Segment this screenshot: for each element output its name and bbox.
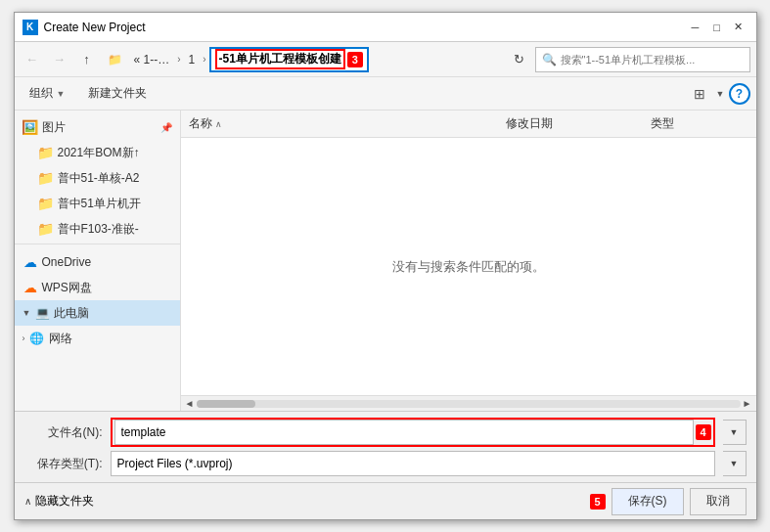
app-icon: K xyxy=(23,20,38,35)
pz51mcu-icon: 📁 xyxy=(38,196,54,211)
filetype-select[interactable]: Project Files (*.uvproj) xyxy=(111,451,715,476)
search-icon: 🔍 xyxy=(542,53,557,66)
forward-button[interactable]: → xyxy=(48,48,71,71)
col-date[interactable]: 修改日期 xyxy=(506,115,643,132)
help-icon: ? xyxy=(736,87,743,101)
new-folder-button[interactable]: 新建文件夹 xyxy=(79,81,156,107)
pz51-icon: 📁 xyxy=(38,170,54,186)
breadcrumb-arrow-1: › xyxy=(176,54,181,65)
scroll-left-arrow[interactable]: ◄ xyxy=(183,397,197,411)
hide-folders-toggle[interactable]: ∧ 隐藏文件夹 xyxy=(24,493,94,510)
maximize-button[interactable]: □ xyxy=(707,18,727,37)
footer: 文件名(N): 4 ▼ 保存类型(T): Project Files (*.uv… xyxy=(15,411,756,482)
organize-label: 组织 xyxy=(29,85,53,102)
sidebar-item-bom[interactable]: 📁 2021年BOM新↑ xyxy=(15,140,180,165)
cancel-button[interactable]: 取消 xyxy=(690,488,747,515)
sidebar-item-pz51-mcu[interactable]: 📁 普中51单片机开 xyxy=(15,191,180,216)
sidebar-item-network[interactable]: › 🌐 网络 xyxy=(15,326,180,351)
main-content: 🖼️ 图片 📌 📁 2021年BOM新↑ 📁 普中51-单核-A2 📁 普中51… xyxy=(15,111,756,411)
search-box: 🔍 xyxy=(535,47,750,72)
annotation-3: 3 xyxy=(347,52,363,67)
wps-icon: ☁ xyxy=(23,280,38,295)
sidebar-item-label: 网络 xyxy=(49,331,72,347)
sidebar-divider xyxy=(15,244,180,247)
col-type[interactable]: 类型 xyxy=(651,115,748,132)
col-name[interactable]: 名称 ∧ xyxy=(189,115,498,132)
pzf103-icon: 📁 xyxy=(38,221,54,237)
nav-bar: ← → ↑ 📁 « 1--… › 1 › -51单片机工程模板创建 3 ↻ 🔍 xyxy=(15,42,756,77)
sidebar-item-label: 此电脑 xyxy=(54,305,89,322)
file-area: 名称 ∧ 修改日期 类型 没有与搜索条件匹配的项。 ◄ ► xyxy=(181,111,756,411)
breadcrumb-seg-3[interactable]: -51单片机工程模板创建 3 xyxy=(209,47,369,72)
filename-input[interactable] xyxy=(114,420,694,445)
sidebar-item-wps[interactable]: ☁ WPS网盘 xyxy=(15,275,180,300)
sidebar-item-pzf103[interactable]: 📁 普中F103-准嵌- xyxy=(15,216,180,242)
expand-arrow: ▼ xyxy=(23,308,31,318)
sidebar-item-this-pc[interactable]: ▼ 💻 此电脑 xyxy=(15,300,180,326)
col-type-label: 类型 xyxy=(651,115,674,132)
file-list: 没有与搜索条件匹配的项。 xyxy=(181,138,756,395)
view-toggle-button[interactable]: ⊞ xyxy=(687,81,712,107)
refresh-button[interactable]: ↻ xyxy=(508,48,531,71)
this-pc-icon: 💻 xyxy=(34,305,50,321)
filetype-dropdown[interactable]: ▼ xyxy=(723,451,747,476)
pin-icon: 📌 xyxy=(160,122,172,133)
annotation-4: 4 xyxy=(696,424,711,440)
sidebar: 🖼️ 图片 📌 📁 2021年BOM新↑ 📁 普中51-单核-A2 📁 普中51… xyxy=(15,111,181,411)
up-button[interactable]: ↑ xyxy=(75,48,99,71)
sidebar-item-label: 普中F103-准嵌- xyxy=(58,221,139,238)
organize-arrow: ▼ xyxy=(57,89,66,99)
sidebar-item-label: OneDrive xyxy=(42,255,92,269)
file-header: 名称 ∧ 修改日期 类型 xyxy=(181,111,756,138)
col-date-label: 修改日期 xyxy=(506,115,553,132)
filename-row: 文件名(N): 4 ▼ xyxy=(24,418,747,447)
close-button[interactable]: ✕ xyxy=(729,18,748,37)
help-button[interactable]: ? xyxy=(729,83,750,105)
window-title: Create New Project xyxy=(44,21,686,34)
toolbar: 组织 ▼ 新建文件夹 ⊞ ▼ ? xyxy=(15,77,756,111)
col-name-label: 名称 xyxy=(189,115,212,132)
new-folder-label: 新建文件夹 xyxy=(88,85,147,102)
expand-arrow-network: › xyxy=(23,333,25,343)
hide-arrow-icon: ∧ xyxy=(24,496,31,507)
bom-icon: 📁 xyxy=(38,145,54,160)
sidebar-item-label: 普中51单片机开 xyxy=(58,196,141,212)
sidebar-item-pictures[interactable]: 🖼️ 图片 📌 xyxy=(15,114,180,140)
back-button[interactable]: ← xyxy=(21,48,44,71)
scroll-right-arrow[interactable]: ► xyxy=(741,397,754,411)
filename-highlight: 4 xyxy=(111,418,715,447)
sidebar-item-label: 2021年BOM新↑ xyxy=(58,145,140,161)
breadcrumb-seg-1[interactable]: « 1--… xyxy=(129,47,175,72)
filetype-label: 保存类型(T): xyxy=(24,456,103,472)
bottom-right: 5 保存(S) 取消 xyxy=(588,488,747,515)
breadcrumb-active-text: -51单片机工程模板创建 xyxy=(215,49,345,69)
empty-message: 没有与搜索条件匹配的项。 xyxy=(392,258,545,276)
scrollbar-thumb[interactable] xyxy=(197,400,255,408)
filetype-row: 保存类型(T): Project Files (*.uvproj) ▼ xyxy=(24,451,747,476)
sidebar-item-label: 普中51-单核-A2 xyxy=(58,170,140,187)
filename-dropdown[interactable]: ▼ xyxy=(723,420,747,445)
sidebar-item-label: WPS网盘 xyxy=(42,280,92,296)
horizontal-scrollbar[interactable]: ◄ ► xyxy=(181,395,756,411)
bottom-bar: ∧ 隐藏文件夹 5 保存(S) 取消 xyxy=(15,482,756,519)
dialog-window: K Create New Project ─ □ ✕ ← → ↑ 📁 « 1--… xyxy=(14,12,757,520)
breadcrumb-folder-icon[interactable]: 📁 xyxy=(103,47,127,72)
pictures-icon: 🖼️ xyxy=(23,119,38,135)
search-input[interactable] xyxy=(561,54,744,66)
organize-button[interactable]: 组织 ▼ xyxy=(21,81,74,107)
minimize-button[interactable]: ─ xyxy=(686,18,705,37)
scrollbar-track[interactable] xyxy=(197,400,741,408)
breadcrumb-seg-2[interactable]: 1 xyxy=(184,47,201,72)
title-bar: K Create New Project ─ □ ✕ xyxy=(15,13,756,42)
network-icon: 🌐 xyxy=(29,331,45,346)
onedrive-icon: ☁ xyxy=(23,254,38,270)
breadcrumb-arrow-2: › xyxy=(202,54,206,65)
window-controls: ─ □ ✕ xyxy=(686,18,748,37)
sidebar-item-pz51-single[interactable]: 📁 普中51-单核-A2 xyxy=(15,165,180,191)
view-arrow: ▼ xyxy=(716,89,725,99)
sidebar-item-onedrive[interactable]: ☁ OneDrive xyxy=(15,249,180,275)
save-button[interactable]: 保存(S) xyxy=(611,488,684,515)
breadcrumb: 📁 « 1--… › 1 › -51单片机工程模板创建 3 xyxy=(103,47,500,72)
col-name-sort: ∧ xyxy=(215,119,222,129)
hide-folders-label: 隐藏文件夹 xyxy=(35,493,94,510)
